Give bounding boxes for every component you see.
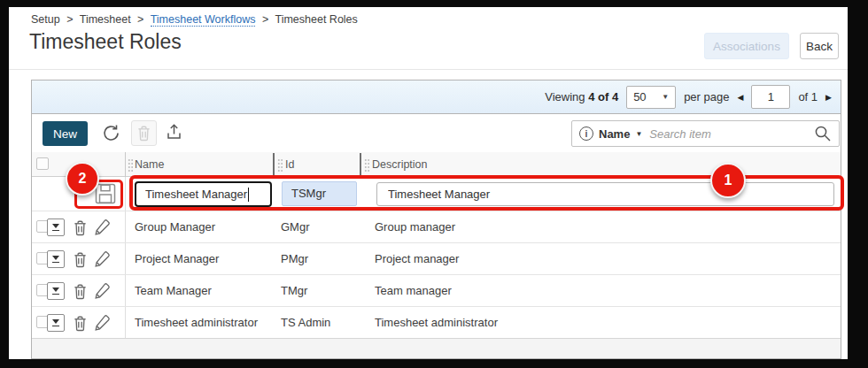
new-button[interactable]: New bbox=[43, 121, 88, 146]
page-number-input[interactable] bbox=[751, 85, 790, 109]
caret-down-icon bbox=[52, 319, 59, 324]
associations-button[interactable]: Associations bbox=[704, 33, 789, 59]
viewing-text: Viewing 4 of 4 bbox=[545, 90, 618, 104]
export-icon[interactable] bbox=[165, 122, 183, 141]
cell-description: Group manager bbox=[375, 220, 455, 234]
search-box: i Name ▼ bbox=[571, 120, 840, 147]
breadcrumb-timesheet[interactable]: Timesheet bbox=[80, 13, 131, 26]
name-edit-value: Timesheet Manager bbox=[145, 188, 247, 201]
cell-description: Project manager bbox=[375, 252, 459, 265]
caret-underline bbox=[52, 326, 59, 327]
breadcrumb-setup[interactable]: Setup bbox=[31, 13, 60, 26]
drag-handle-icon[interactable] bbox=[277, 158, 283, 172]
row-actions-dropdown[interactable] bbox=[47, 282, 65, 300]
search-field-selector[interactable]: Name bbox=[599, 127, 630, 141]
cell-id: TMgr bbox=[281, 284, 307, 297]
id-edit-field[interactable]: TSMgr bbox=[282, 181, 357, 206]
breadcrumb-timesheet-roles: Timesheet Roles bbox=[275, 13, 358, 26]
text-cursor bbox=[248, 188, 249, 202]
column-divider bbox=[125, 307, 126, 338]
viewing-count: 4 of 4 bbox=[588, 90, 618, 104]
caret-underline bbox=[52, 262, 59, 264]
caret-down-icon[interactable]: ▼ bbox=[635, 130, 642, 138]
drag-handle-icon[interactable] bbox=[128, 158, 133, 172]
breadcrumb-separator: > bbox=[66, 13, 73, 26]
cell-name: Timesheet administrator bbox=[135, 316, 258, 329]
prev-page-icon[interactable]: ◀ bbox=[737, 93, 743, 102]
row-actions-dropdown[interactable] bbox=[47, 218, 65, 236]
cell-name: Group Manager bbox=[135, 220, 215, 234]
column-divider bbox=[125, 243, 126, 274]
table-row: Group Manager GMgr Group manager bbox=[32, 211, 841, 242]
breadcrumb: Setup > Timesheet > Timesheet Workflows … bbox=[31, 13, 358, 26]
trash-icon[interactable] bbox=[73, 219, 88, 236]
table-row: Timesheet administrator TS Admin Timeshe… bbox=[32, 306, 841, 338]
edit-pencil-icon[interactable] bbox=[94, 218, 111, 235]
info-icon: i bbox=[579, 126, 593, 141]
refresh-icon[interactable] bbox=[101, 123, 121, 143]
table-row: Team Manager TMgr Team manager bbox=[32, 274, 841, 306]
cell-id: PMgr bbox=[281, 252, 308, 265]
column-divider bbox=[125, 177, 126, 211]
breadcrumb-separator: > bbox=[137, 13, 143, 26]
grid-footer bbox=[32, 338, 841, 358]
back-button[interactable]: Back bbox=[800, 33, 839, 59]
column-resizer[interactable] bbox=[273, 153, 275, 176]
per-page-label: per page bbox=[684, 90, 729, 104]
column-header-description[interactable]: Description bbox=[372, 158, 428, 171]
page-size-value: 50 bbox=[633, 90, 646, 104]
cell-id: GMgr bbox=[281, 220, 310, 234]
column-divider bbox=[125, 275, 126, 306]
name-edit-input[interactable]: Timesheet Manager bbox=[135, 181, 272, 207]
caret-down-icon bbox=[52, 288, 59, 292]
table-row-edit: Timesheet Manager TSMgr bbox=[32, 177, 841, 211]
grid-toolbar: New bbox=[32, 114, 841, 152]
caret-down-icon bbox=[52, 224, 59, 228]
caret-underline bbox=[52, 230, 59, 232]
cell-id: TS Admin bbox=[281, 316, 330, 329]
search-input[interactable] bbox=[649, 127, 809, 141]
screenshot-frame: Setup > Timesheet > Timesheet Workflows … bbox=[0, 0, 868, 368]
cell-description: Team manager bbox=[375, 284, 452, 297]
trash-icon[interactable] bbox=[73, 283, 88, 300]
roles-grid: Viewing 4 of 4 50 ▼ per page ◀ of 1 ▶ Ne… bbox=[31, 80, 841, 359]
cell-description: Timesheet administrator bbox=[375, 316, 498, 329]
save-icon[interactable] bbox=[94, 182, 117, 205]
description-edit-input[interactable] bbox=[376, 182, 834, 206]
column-divider bbox=[125, 211, 126, 242]
page-size-select[interactable]: 50 ▼ bbox=[626, 86, 676, 109]
caret-down-icon: ▼ bbox=[662, 93, 669, 101]
breadcrumb-timesheet-workflows-link[interactable]: Timesheet Workflows bbox=[151, 13, 256, 27]
title-divider bbox=[9, 69, 848, 70]
edit-pencil-icon[interactable] bbox=[94, 314, 111, 331]
breadcrumb-separator: > bbox=[262, 13, 268, 26]
page-title: Timesheet Roles bbox=[29, 30, 182, 54]
column-divider bbox=[125, 152, 126, 177]
pager-bar: Viewing 4 of 4 50 ▼ per page ◀ of 1 ▶ bbox=[32, 80, 841, 114]
page: Setup > Timesheet > Timesheet Workflows … bbox=[9, 7, 848, 359]
column-resizer[interactable] bbox=[360, 153, 361, 176]
search-icon[interactable] bbox=[814, 125, 832, 142]
viewing-label: Viewing bbox=[545, 90, 585, 104]
column-header-name[interactable]: Name bbox=[135, 158, 164, 171]
row-actions-dropdown[interactable] bbox=[47, 314, 65, 332]
trash-icon[interactable] bbox=[73, 315, 88, 332]
column-header-id[interactable]: Id bbox=[285, 158, 294, 171]
row-actions-dropdown[interactable] bbox=[47, 250, 65, 268]
select-all-checkbox[interactable] bbox=[36, 157, 49, 170]
caret-down-icon bbox=[52, 256, 59, 260]
trash-icon bbox=[136, 125, 151, 142]
edit-pencil-icon[interactable] bbox=[94, 250, 111, 267]
table-row: Project Manager PMgr Project manager bbox=[32, 242, 841, 274]
cell-name: Project Manager bbox=[135, 252, 219, 265]
cell-name: Team Manager bbox=[135, 284, 212, 297]
of-pages-label: of 1 bbox=[798, 90, 818, 104]
next-page-icon[interactable]: ▶ bbox=[825, 93, 832, 102]
drag-handle-icon[interactable] bbox=[364, 158, 369, 172]
delete-button-disabled[interactable] bbox=[131, 120, 157, 146]
table-header: Name Id Description bbox=[32, 152, 841, 177]
caret-underline bbox=[52, 294, 59, 295]
edit-pencil-icon[interactable] bbox=[94, 282, 111, 299]
trash-icon[interactable] bbox=[73, 251, 88, 268]
